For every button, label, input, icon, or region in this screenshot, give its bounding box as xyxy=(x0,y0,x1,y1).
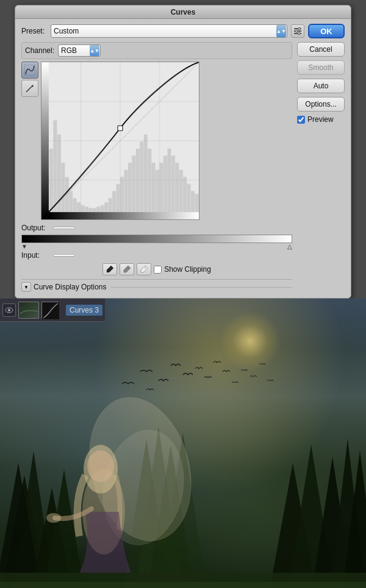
curve-display-section: ▼ Curve Display Options xyxy=(21,279,292,293)
preview-label: Preview xyxy=(307,115,334,124)
horizontal-gradient-bar xyxy=(21,235,292,243)
white-eyedropper-icon xyxy=(139,264,149,274)
pencil-tool-icon xyxy=(24,83,35,94)
preset-label: Preset: xyxy=(21,27,47,35)
graph-section xyxy=(21,62,292,220)
show-clipping-checkbox[interactable] xyxy=(154,266,162,274)
layer-thumb-icon xyxy=(20,303,38,317)
curve-tools xyxy=(21,62,38,220)
layer-name[interactable]: Curves 3 xyxy=(66,305,102,316)
gradient-bar-section: ▼ △ Input: xyxy=(21,235,292,260)
layer-panel: Curves 3 xyxy=(0,299,105,322)
right-buttons: Cancel Smooth Auto Options... Preview xyxy=(297,42,345,293)
preview-checkbox[interactable] xyxy=(297,116,305,124)
black-eyedropper-icon xyxy=(105,264,115,274)
layer-thumbnail-1 xyxy=(18,302,39,319)
preset-row: Preset: Custom Default Strong Contrast M… xyxy=(21,24,345,38)
cancel-button[interactable]: Cancel xyxy=(297,42,345,57)
right-input-arrow[interactable]: △ xyxy=(287,243,292,250)
svg-rect-28 xyxy=(0,582,366,588)
input-label: Input: xyxy=(21,251,51,260)
channel-row: Channel: RGB Red Green Blue ▲▼ xyxy=(21,42,292,59)
smooth-button[interactable]: Smooth xyxy=(297,60,345,75)
preset-options-button[interactable] xyxy=(291,24,304,38)
channel-label: Channel: xyxy=(25,46,54,55)
preset-icon xyxy=(293,27,302,35)
curve-tool-icon xyxy=(24,65,35,76)
white-point-eyedropper[interactable] xyxy=(137,263,151,275)
black-point-eyedropper[interactable] xyxy=(102,263,117,275)
ok-button[interactable]: OK xyxy=(308,24,345,38)
svg-point-36 xyxy=(8,309,10,311)
curves-thumb-icon xyxy=(42,302,59,319)
fairy-figure-svg xyxy=(37,378,195,573)
curve-display-disclosure[interactable]: ▼ xyxy=(21,282,31,292)
layer-visibility-toggle[interactable] xyxy=(2,303,16,317)
show-clipping-label: Show Clipping xyxy=(164,265,211,274)
auto-button[interactable]: Auto xyxy=(297,79,345,93)
layer-thumbnail-curves xyxy=(41,302,59,319)
svg-point-34 xyxy=(46,513,61,523)
eye-icon xyxy=(5,307,13,313)
channel-select[interactable]: RGB Red Green Blue xyxy=(58,44,101,57)
svg-point-33 xyxy=(87,450,114,482)
dialog-body: Preset: Custom Default Strong Contrast M… xyxy=(15,19,351,298)
options-button[interactable]: Options... xyxy=(297,97,345,112)
svg-line-9 xyxy=(26,91,27,92)
input-row: Input: xyxy=(21,251,292,260)
curve-display-label: Curve Display Options xyxy=(34,283,106,291)
output-value[interactable] xyxy=(53,227,75,229)
output-row: Output: xyxy=(21,224,292,232)
input-value[interactable] xyxy=(53,254,75,257)
curve-graph[interactable] xyxy=(41,62,199,220)
svg-point-5 xyxy=(298,32,300,35)
dialog-title: Curves xyxy=(171,8,196,16)
preset-select-wrapper: Custom Default Strong Contrast Medium Co… xyxy=(51,24,287,38)
svg-point-3 xyxy=(298,27,301,30)
curve-canvas xyxy=(41,62,199,219)
main-area: Channel: RGB Red Green Blue ▲▼ xyxy=(21,42,345,293)
channel-select-wrapper: RGB Red Green Blue ▲▼ xyxy=(58,44,101,57)
gradient-arrows: ▼ △ xyxy=(21,243,292,250)
svg-rect-37 xyxy=(20,303,38,317)
pencil-tool-button[interactable] xyxy=(21,80,38,97)
show-clipping-row: Show Clipping xyxy=(154,265,211,274)
svg-point-4 xyxy=(295,30,298,32)
gray-eyedropper-icon xyxy=(122,264,132,274)
left-input-arrow[interactable]: ▼ xyxy=(21,243,27,250)
preview-row: Preview xyxy=(297,115,345,124)
gray-point-eyedropper[interactable] xyxy=(120,263,134,275)
curve-display-divider xyxy=(111,287,292,288)
output-label: Output: xyxy=(21,224,51,232)
preset-select[interactable]: Custom Default Strong Contrast Medium Co… xyxy=(51,24,287,38)
left-panel: Channel: RGB Red Green Blue ▲▼ xyxy=(21,42,292,293)
eyedropper-row: Show Clipping xyxy=(21,263,292,275)
title-bar: Curves xyxy=(15,5,351,19)
curve-tool-button[interactable] xyxy=(21,62,38,79)
curves-dialog: Curves Preset: Custom Default Strong Con… xyxy=(15,5,351,299)
image-panel: Curves 3 xyxy=(0,299,366,588)
